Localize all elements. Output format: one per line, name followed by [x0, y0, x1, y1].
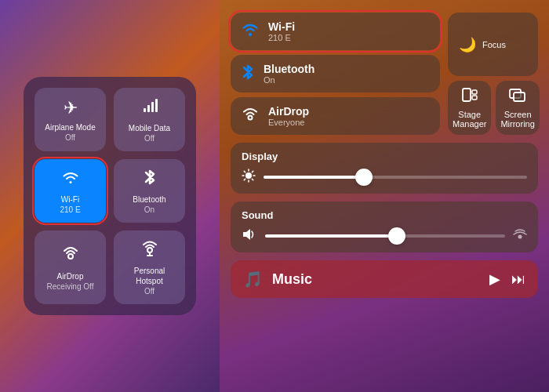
svg-rect-3	[155, 99, 158, 112]
airdrop-conn-icon	[242, 107, 259, 126]
airdrop-label: AirDrop Receiving Off	[47, 271, 94, 292]
sound-slider[interactable]	[265, 234, 505, 238]
svg-line-21	[252, 171, 253, 172]
screen-mirroring-label: Screen Mirroring	[500, 110, 534, 129]
svg-point-14	[245, 172, 252, 179]
bluetooth-conn-title: Bluetooth	[264, 63, 314, 75]
wifi-conn-icon	[242, 22, 259, 42]
play-button[interactable]: ▶	[489, 270, 500, 288]
svg-marker-23	[243, 229, 250, 240]
display-title: Display	[242, 151, 527, 162]
wifi-conn-text: Wi-Fi 210 E	[268, 20, 295, 42]
svg-point-24	[518, 235, 522, 239]
hotspot-icon	[141, 240, 158, 262]
music-app-icon: 🎵	[243, 270, 263, 289]
mobile-data-label: Mobile Data Off	[129, 123, 170, 143]
connectivity-row: Wi-Fi 210 E Bluetooth On	[231, 13, 538, 135]
airdrop-button[interactable]: AirDrop Receiving Off	[35, 230, 106, 304]
airdrop-conn-subtitle: Everyone	[268, 118, 309, 127]
svg-rect-10	[472, 90, 477, 94]
focus-button[interactable]: 🌙 Focus	[448, 13, 538, 76]
wifi-conn-title: Wi-Fi	[268, 20, 295, 33]
airdrop-conn-text: AirDrop Everyone	[268, 105, 309, 127]
wifi-conn-button[interactable]: Wi-Fi 210 E	[231, 13, 440, 50]
music-controls: ▶ ⏭	[489, 270, 525, 288]
airplane-icon: ✈	[64, 98, 78, 118]
skip-button[interactable]: ⏭	[511, 271, 525, 288]
sound-title: Sound	[242, 209, 527, 221]
svg-point-4	[68, 254, 73, 259]
mobile-data-icon	[141, 97, 158, 119]
svg-rect-13	[514, 93, 525, 101]
display-slider-row	[242, 169, 527, 186]
stage-manager-icon	[461, 87, 478, 107]
airplane-mode-button[interactable]: ✈ Airplane Mode Off	[35, 88, 106, 151]
airdrop-conn-title: AirDrop	[268, 105, 309, 118]
stage-manager-button[interactable]: Stage Manager	[448, 81, 491, 135]
hotspot-button[interactable]: Personal Hotspot Off	[114, 230, 185, 304]
svg-point-8	[249, 115, 253, 119]
wifi-conn-subtitle: 210 E	[268, 33, 295, 42]
screen-mirroring-button[interactable]: Screen Mirroring	[496, 81, 539, 135]
stage-manager-label: Stage Manager	[453, 110, 486, 129]
sound-slider-row	[242, 227, 527, 245]
wifi-button[interactable]: Wi-Fi 210 E	[35, 159, 106, 223]
wifi-icon	[61, 169, 80, 191]
focus-icon: 🌙	[459, 36, 476, 53]
airdrop-conn-button[interactable]: AirDrop Everyone	[231, 97, 440, 135]
brightness-icon	[242, 169, 256, 186]
bluetooth-label: Bluetooth On	[133, 194, 165, 215]
control-center-widget: ✈ Airplane Mode Off Mobile Data Off	[24, 77, 196, 315]
bluetooth-conn-icon	[242, 64, 254, 84]
screen-mirroring-icon	[509, 87, 526, 107]
focus-label: Focus	[482, 40, 506, 49]
hotspot-label: Personal Hotspot Off	[120, 266, 179, 296]
right-panel: Wi-Fi 210 E Bluetooth On	[220, 0, 549, 392]
svg-rect-0	[144, 108, 146, 112]
wifi-label: Wi-Fi 210 E	[60, 194, 80, 215]
bluetooth-conn-subtitle: On	[264, 75, 314, 85]
display-section: Display	[231, 143, 538, 194]
svg-line-22	[244, 179, 245, 180]
svg-line-19	[244, 171, 245, 172]
left-panel: ✈ Airplane Mode Off Mobile Data Off	[0, 0, 220, 392]
svg-rect-11	[472, 96, 477, 100]
bluetooth-conn-button[interactable]: Bluetooth On	[231, 55, 440, 93]
airdrop-icon	[62, 245, 79, 267]
bluetooth-button[interactable]: Bluetooth On	[114, 159, 185, 223]
music-title: Music	[272, 271, 480, 288]
airplane-label: Airplane Mode Off	[45, 122, 95, 143]
stage-mirror-row: Stage Manager Screen Mirroring	[448, 81, 538, 135]
music-section[interactable]: 🎵 Music ▶ ⏭	[231, 260, 538, 298]
connectivity-list: Wi-Fi 210 E Bluetooth On	[231, 13, 440, 135]
svg-rect-9	[463, 89, 471, 101]
bluetooth-conn-text: Bluetooth On	[264, 63, 314, 85]
svg-line-20	[252, 179, 253, 180]
display-slider[interactable]	[264, 176, 527, 179]
bluetooth-icon	[143, 169, 157, 191]
airplay-audio-icon[interactable]	[513, 227, 527, 245]
volume-icon	[242, 227, 257, 245]
sound-section: Sound	[231, 201, 538, 252]
svg-rect-2	[151, 102, 154, 112]
svg-rect-1	[147, 105, 150, 112]
side-controls: 🌙 Focus Stage Manager	[448, 13, 538, 135]
mobile-data-button[interactable]: Mobile Data Off	[114, 88, 185, 151]
